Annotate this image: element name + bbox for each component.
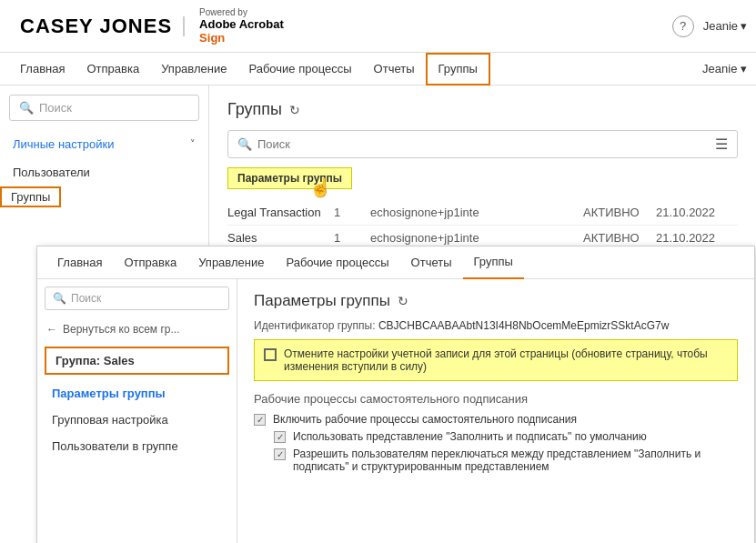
group-status-cell: АКТИВНО: [583, 206, 656, 219]
back-arrow-icon: ←: [46, 323, 57, 336]
second-window: Главная Отправка Управление Рабочие проц…: [36, 246, 755, 543]
group-num-cell: 1: [334, 231, 370, 245]
group-status-cell: АКТИВНО: [583, 231, 656, 245]
main-navbar: Главная Отправка Управление Рабочие проц…: [0, 53, 756, 85]
sw-nav-send[interactable]: Отправка: [113, 246, 187, 279]
cursor-icon: ☝: [309, 176, 738, 198]
sw-layout: 🔍 Поиск ← Вернуться ко всем гр... Группа…: [37, 279, 754, 543]
group-email-cell: echosignone+jp1inte: [370, 206, 583, 219]
sw-menu-users[interactable]: Пользователи в группе: [37, 433, 237, 459]
sw-id-value: CBJCHBCAABAAbtN13I4H8NbOcemMeEpmizrSSktA…: [378, 319, 669, 332]
group-name-cell: Legal Transaction: [227, 206, 334, 219]
sw-nav-reports[interactable]: Отчеты: [400, 246, 463, 279]
group-num-cell: 1: [334, 206, 370, 219]
powered-by: Powered by Adobe Acrobat Sign: [196, 7, 284, 45]
sw-warning-box: Отмените настройки учетной записи для эт…: [254, 339, 738, 381]
sw-search-box[interactable]: 🔍 Поиск: [45, 287, 229, 310]
powered-by-line2: Adobe Acrobat: [199, 17, 284, 31]
search-icon: 🔍: [19, 101, 34, 115]
checkbox-default-view-label: Использовать представление "Заполнить и …: [293, 430, 647, 443]
sidebar-item-users[interactable]: Пользователи: [0, 158, 208, 186]
powered-by-line1: Powered by: [199, 7, 284, 17]
table-row[interactable]: Legal Transaction 1 echosignone+jp1inte …: [227, 200, 738, 226]
nav-home[interactable]: Главная: [9, 53, 76, 85]
chevron-down-icon: ˅: [190, 138, 196, 150]
groups-title: Группы: [227, 100, 282, 119]
checkbox-allow-switch-label: Разрешить пользователям переключаться ме…: [293, 447, 738, 473]
checkbox-self-sign[interactable]: ✓: [254, 414, 266, 426]
header-right: ? Jeanie ▾: [672, 15, 747, 37]
checkbox-default-view[interactable]: ✓: [274, 431, 286, 443]
group-email-cell: echosignone+jp1inte: [370, 231, 583, 245]
sw-section-title: Рабочие процессы самостоятельного подпис…: [254, 392, 738, 406]
sw-menu-params[interactable]: Параметры группы: [37, 380, 237, 407]
nav-reports[interactable]: Отчеты: [363, 53, 426, 85]
sidebar-item-personal-label: Личные настройки: [13, 137, 114, 151]
group-date-cell: 21.10.2022: [656, 231, 738, 245]
content-search-box[interactable]: 🔍 ☰: [227, 130, 738, 158]
sidebar-search-box[interactable]: 🔍 Поиск: [9, 95, 199, 121]
refresh-icon[interactable]: ↻: [289, 103, 300, 117]
search-icon: 🔍: [53, 292, 66, 305]
warning-checkbox-icon[interactable]: [264, 348, 277, 361]
sw-checkbox-line: ✓ Использовать представление "Заполнить …: [274, 430, 738, 443]
content-title: Группы ↻: [227, 100, 738, 119]
nav-workflows[interactable]: Рабочие процессы: [237, 53, 362, 85]
sw-menu-group-settings[interactable]: Групповая настройка: [37, 407, 237, 433]
header: CASEY JONES Powered by Adobe Acrobat Sig…: [0, 0, 756, 53]
sw-title-text: Параметры группы: [254, 292, 390, 310]
powered-by-line3: Sign: [199, 31, 284, 45]
sw-sidebar: 🔍 Поиск ← Вернуться ко всем гр... Группа…: [37, 279, 237, 543]
sidebar-item-personal[interactable]: Личные настройки ˅: [0, 130, 208, 158]
sw-content: Параметры группы ↻ Идентификатор группы:…: [237, 279, 754, 543]
sw-warning-text: Отмените настройки учетной записи для эт…: [284, 347, 728, 373]
search-icon: 🔍: [237, 137, 252, 151]
group-name-cell: Sales: [227, 231, 334, 245]
sw-id-line: Идентификатор группы: CBJCHBCAABAAbtN13I…: [254, 319, 738, 332]
sw-nav-manage[interactable]: Управление: [187, 246, 275, 279]
sw-group-label: Группа: Sales: [45, 347, 229, 375]
checkbox-allow-switch[interactable]: ✓: [274, 448, 286, 460]
sw-checkbox-line: ✓ Включить рабочие процессы самостоятель…: [254, 413, 738, 426]
sw-id-label: Идентификатор группы:: [254, 319, 376, 332]
user-chevron-icon: ▾: [741, 19, 747, 33]
sw-navbar: Главная Отправка Управление Рабочие проц…: [37, 246, 754, 279]
checkbox-self-sign-label: Включить рабочие процессы самостоятельно…: [273, 413, 577, 426]
sidebar-search-placeholder: Поиск: [39, 101, 72, 115]
help-button[interactable]: ?: [672, 15, 694, 37]
nav-send[interactable]: Отправка: [76, 53, 150, 85]
user-dropdown[interactable]: Jeanie ▾: [702, 62, 747, 75]
sw-content-title: Параметры группы ↻: [254, 292, 738, 310]
nav-manage[interactable]: Управление: [150, 53, 237, 85]
nav-groups[interactable]: Группы: [426, 53, 490, 85]
sw-nav-workflows[interactable]: Рабочие процессы: [275, 246, 399, 279]
sw-back-button[interactable]: ← Вернуться ко всем гр...: [37, 317, 237, 341]
sidebar-item-groups[interactable]: Группы: [0, 186, 208, 207]
content-search-input[interactable]: [257, 137, 439, 151]
logo: CASEY JONES: [9, 16, 185, 36]
sw-refresh-icon[interactable]: ↻: [398, 294, 408, 308]
group-date-cell: 21.10.2022: [656, 206, 738, 219]
groups-badge-label: Группы: [0, 186, 61, 207]
sidebar-item-users-label: Пользователи: [13, 166, 90, 179]
sw-nav-home[interactable]: Главная: [46, 246, 113, 279]
sw-nav-groups[interactable]: Группы: [463, 246, 524, 279]
user-menu-button[interactable]: Jeanie ▾: [703, 19, 747, 33]
sw-search-placeholder: Поиск: [71, 292, 101, 305]
sw-back-label: Вернуться ко всем гр...: [63, 323, 180, 336]
hamburger-icon[interactable]: ☰: [715, 136, 728, 153]
tooltip-badge: Параметры группы: [227, 167, 352, 189]
sw-checkbox-line: ✓ Разрешить пользователям переключаться …: [274, 447, 738, 473]
user-label: Jeanie: [703, 19, 738, 33]
